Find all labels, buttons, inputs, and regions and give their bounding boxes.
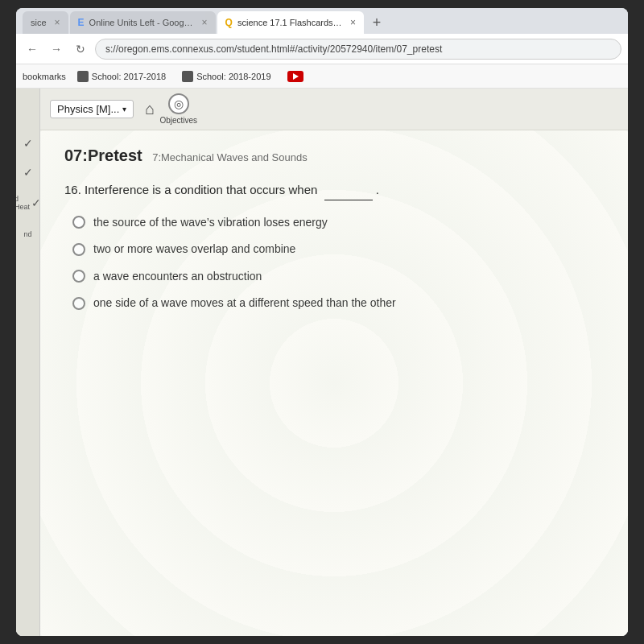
- radio-d[interactable]: [72, 297, 85, 310]
- bookmarks-bar: bookmarks School: 2017-2018 School: 2018…: [16, 64, 628, 89]
- bookmarks-label: bookmarks: [23, 72, 66, 81]
- sidebar-heat-item: d Heat ✓: [16, 195, 41, 211]
- main-content: 07:Pretest 7:Mechanical Waves and Sounds…: [40, 130, 628, 636]
- question-text: 16. Interference is a condition that occ…: [64, 181, 604, 200]
- question-body: Interference is a condition that occurs …: [85, 183, 321, 196]
- answer-text-a: the source of the wave’s vibration loses…: [93, 215, 328, 231]
- page-title-row: 07:Pretest 7:Mechanical Waves and Sounds: [64, 147, 604, 165]
- sidebar-check-2: ✓: [23, 166, 33, 179]
- pretest-title: 07:Pretest: [64, 147, 142, 164]
- physics-dropdown[interactable]: Physics [M]... ▾: [50, 100, 134, 118]
- google-favicon: E: [78, 17, 85, 28]
- objectives-circle-icon: ◎: [168, 93, 189, 114]
- question-period: .: [376, 183, 379, 196]
- pretest-subtitle: 7:Mechanical Waves and Sounds: [152, 151, 307, 163]
- radio-c[interactable]: [72, 270, 85, 283]
- forward-button[interactable]: →: [47, 39, 66, 59]
- tab-google-doc-label: Online Units Left - Google Doc: [89, 18, 194, 27]
- question-number: 16.: [64, 183, 81, 196]
- answer-text-b: two or more waves overlap and combine: [93, 242, 295, 258]
- answer-options: the source of the wave’s vibration loses…: [64, 215, 604, 312]
- objectives-target-icon: ◎: [174, 97, 184, 110]
- bookmark-school-2017[interactable]: School: 2017-2018: [72, 69, 171, 84]
- app-toolbar: Physics [M]... ▾ ⌂ ◎ Objectives: [40, 89, 628, 130]
- tab-sice[interactable]: sice ×: [23, 11, 68, 34]
- answer-text-d: one side of a wave moves at a different …: [93, 295, 396, 312]
- tab-sice-close[interactable]: ×: [55, 17, 60, 28]
- tab-google-doc-close[interactable]: ×: [202, 17, 208, 28]
- bookmark-folder-icon-2: [182, 71, 193, 82]
- tab-bar: sice × E Online Units Left - Google Doc …: [16, 8, 628, 34]
- objectives-label: Objectives: [159, 116, 197, 125]
- bookmark-school-2018-label: School: 2018-2019: [196, 72, 270, 81]
- bookmark-youtube[interactable]: [283, 69, 308, 84]
- answer-text-c: a wave encounters an obstruction: [93, 269, 262, 285]
- address-url-text: s://oregon.ems.connexus.com/student.html…: [105, 43, 442, 55]
- home-button[interactable]: ⌂: [145, 100, 155, 118]
- answer-option-c[interactable]: a wave encounters an obstruction: [72, 269, 604, 285]
- bookmark-school-2017-label: School: 2017-2018: [92, 72, 166, 81]
- nav-icons: ⌂ ◎ Objectives: [145, 93, 197, 125]
- tab-quizlet-label: science 17.1 Flashcards | Quizle: [237, 18, 342, 27]
- tab-google-doc[interactable]: E Online Units Left - Google Doc ×: [70, 11, 216, 34]
- tab-quizlet-close[interactable]: ×: [350, 17, 356, 28]
- answer-option-d[interactable]: one side of a wave moves at a different …: [72, 295, 604, 312]
- answer-option-b[interactable]: two or more waves overlap and combine: [72, 242, 604, 258]
- radio-a[interactable]: [72, 216, 85, 229]
- dropdown-chevron: ▾: [122, 105, 126, 114]
- sidebar-heat-label: d Heat: [16, 195, 30, 211]
- tab-quizlet[interactable]: Q science 17.1 Flashcards | Quizle ×: [217, 11, 364, 34]
- address-bar-row: ← → ↻ s://oregon.ems.connexus.com/studen…: [16, 34, 628, 64]
- youtube-icon: [287, 71, 303, 82]
- yt-play-triangle: [293, 73, 299, 80]
- objectives-button[interactable]: ◎ Objectives: [159, 93, 197, 125]
- quizlet-favicon: Q: [225, 17, 233, 28]
- reload-button[interactable]: ↻: [71, 39, 90, 59]
- tab-sice-label: sice: [31, 18, 47, 27]
- radio-b[interactable]: [72, 243, 85, 256]
- question-blank: [324, 181, 373, 200]
- page-content: ✓ ✓ d Heat ✓ nd Physics [M]... ▾ ⌂: [16, 89, 628, 636]
- sidebar-nd-label: nd: [23, 230, 31, 238]
- left-sidebar-edge: ✓ ✓ d Heat ✓ nd: [16, 89, 40, 636]
- address-input[interactable]: s://oregon.ems.connexus.com/student.html…: [95, 39, 621, 60]
- content-wrapper: Physics [M]... ▾ ⌂ ◎ Objectives: [40, 89, 628, 636]
- physics-label: Physics [M]...: [57, 103, 119, 115]
- sidebar-check-1: ✓: [23, 137, 33, 150]
- bookmark-school-2018[interactable]: School: 2018-2019: [177, 69, 275, 84]
- new-tab-button[interactable]: +: [365, 11, 388, 34]
- bookmark-folder-icon-1: [77, 71, 89, 82]
- question-block: 16. Interference is a condition that occ…: [64, 181, 604, 312]
- answer-option-a[interactable]: the source of the wave’s vibration loses…: [72, 215, 604, 231]
- back-button[interactable]: ←: [23, 39, 42, 59]
